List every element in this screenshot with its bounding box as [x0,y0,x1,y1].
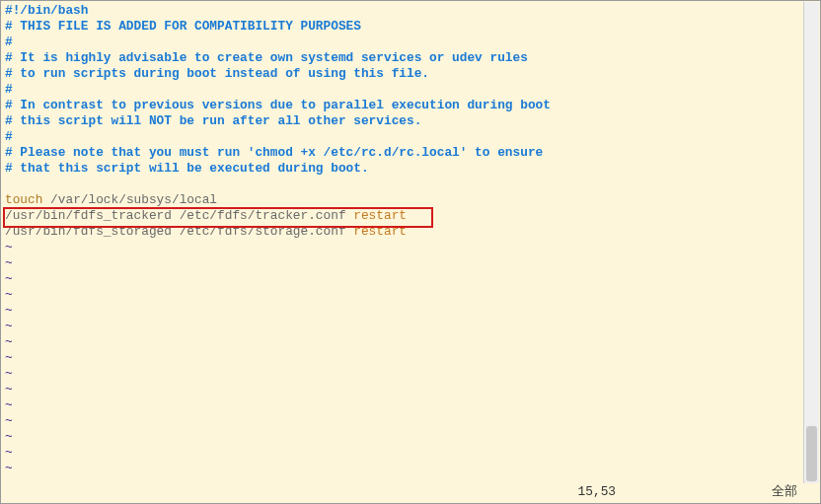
file-buffer[interactable]: #!/bin/bash# THIS FILE IS ADDED FOR COMP… [5,3,802,483]
cursor-position: 15,53 [578,484,616,500]
status-bar: 15,53 全部 [2,484,803,502]
empty-line-tilde: ~ [5,240,802,255]
file-line: /usr/bin/fdfs_storaged /etc/fdfs/storage… [5,224,802,240]
empty-line-tilde: ~ [5,413,802,429]
empty-line-tilde: ~ [5,397,802,413]
file-line: # this script will NOT be run after all … [5,113,802,129]
file-line: #!/bin/bash [5,3,802,19]
editor-window: #!/bin/bash# THIS FILE IS ADDED FOR COMP… [0,0,821,504]
file-line: # [5,129,802,145]
empty-line-tilde: ~ [5,255,802,271]
file-line: # [5,82,802,98]
empty-line-tilde: ~ [5,319,802,334]
empty-line-tilde: ~ [5,366,802,382]
file-line: /usr/bin/fdfs_trackerd /etc/fdfs/tracker… [5,208,802,224]
scroll-indicator: 全部 [772,484,797,500]
empty-line-tilde: ~ [5,445,802,461]
empty-line-tilde: ~ [5,429,802,445]
file-line: # In contrast to previous versions due t… [5,98,802,113]
empty-line-tilde: ~ [5,350,802,366]
empty-line-tilde: ~ [5,334,802,350]
file-line: # THIS FILE IS ADDED FOR COMPATIBILITY P… [5,19,802,35]
file-line: touch /var/lock/subsys/local [5,192,802,208]
empty-line-tilde: ~ [5,461,802,476]
vertical-scrollbar[interactable] [803,2,819,483]
scrollbar-thumb[interactable] [806,426,817,481]
empty-line-tilde: ~ [5,382,802,397]
file-line: # It is highly advisable to create own s… [5,50,802,66]
file-line [5,177,802,192]
empty-line-tilde: ~ [5,287,802,303]
empty-line-tilde: ~ [5,271,802,287]
file-line: # [5,35,802,50]
empty-line-tilde: ~ [5,303,802,319]
file-line: # to run scripts during boot instead of … [5,66,802,82]
file-line: # Please note that you must run 'chmod +… [5,145,802,161]
file-line: # that this script will be executed duri… [5,161,802,177]
